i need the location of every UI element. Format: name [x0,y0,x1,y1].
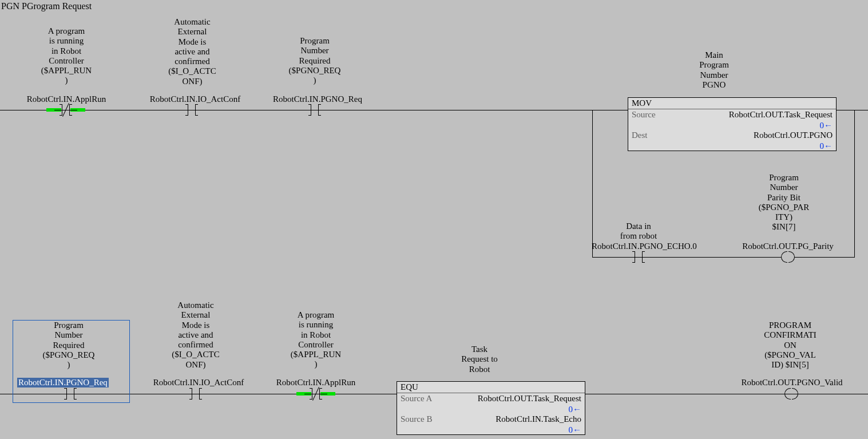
c1-desc: A program is running in Robot Controller… [32,26,101,86]
mov-name: MOV [628,98,836,109]
xic-contact[interactable] [59,387,82,401]
xic-contact[interactable] [303,103,326,117]
valid-tag[interactable]: RobotCtrl.OUT.PGNO_Valid [729,378,855,387]
xio-contact[interactable] [304,387,327,401]
parity-desc: Program Number Parity Bit ($PGNO_PAR ITY… [750,173,818,232]
r2c3-desc: A program is running in Robot Controller… [282,310,350,370]
r2c2-tag[interactable]: RobotCtrl.IN.IO_ActConf [144,378,253,387]
mov-dest-v[interactable]: RobotCtrl.OUT.PGNO [754,130,833,141]
equ-b-val: 0 [569,425,573,434]
xic-contact[interactable] [627,250,650,264]
mov-dest-val: 0 [820,141,825,151]
equ-a-k: Source A [401,393,432,405]
equ-a-v[interactable]: RobotCtrl.OUT.Task_Request [478,393,581,405]
equ-box[interactable]: EQU Source ARobotCtrl.OUT.Task_Request 0… [397,381,585,435]
rung2-wire-r [585,394,868,394]
c2-desc: Automatic External Mode is active and co… [158,17,227,86]
mov-source-k: Source [632,109,656,121]
wire [592,110,593,257]
mov-dest-k: Dest [632,130,648,141]
r2c1-tag[interactable]: RobotCtrl.IN.PGNO_Req [17,378,109,387]
c3-desc: Program Number Required ($PGNO_REQ ) [280,36,349,85]
xio-contact[interactable] [54,103,77,117]
left-arrow-icon: ← [824,141,833,151]
rung-title: PGN PGrogram Request [1,1,92,11]
wire [837,110,854,110]
echo-desc: Data in from robot [610,222,667,242]
wire [854,110,855,257]
ote-coil[interactable] [777,387,806,401]
ote-coil[interactable] [774,250,802,264]
r2c1-desc: Program Number Required ($PGNO_REQ ) [34,321,103,370]
mov-source-v[interactable]: RobotCtrl.OUT.Task_Request [729,109,833,121]
left-arrow-icon: ← [824,121,833,130]
equ-desc: Task Request to Robot [454,345,505,374]
equ-b-v[interactable]: RobotCtrl.IN.Task_Echo [496,414,581,425]
left-arrow-icon: ← [573,405,581,414]
wire [650,257,775,258]
mov-box[interactable]: MOV SourceRobotCtrl.OUT.Task_Request 0← … [628,97,837,151]
xic-contact[interactable] [180,103,203,117]
mov-desc: Main Program Number PGNO [685,50,743,90]
mov-source-val: 0 [820,121,825,130]
xic-contact[interactable] [184,387,207,401]
equ-name: EQU [397,382,585,393]
left-arrow-icon: ← [573,425,581,434]
r2c2-desc: Automatic External Mode is active and co… [161,300,230,370]
valid-desc: PROGRAM CONFIRMATI ON ($PGNO_VAL ID) $IN… [753,321,827,370]
equ-a-val: 0 [569,405,573,414]
wire [802,257,855,258]
equ-b-k: Source B [401,414,432,425]
r2c3-tag[interactable]: RobotCtrl.IN.ApplRun [268,378,364,387]
